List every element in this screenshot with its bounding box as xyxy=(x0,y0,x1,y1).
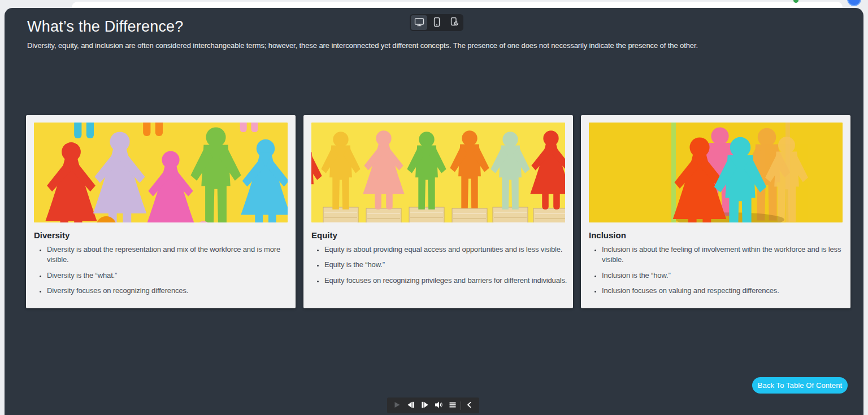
card-bullets-inclusion: Inclusion is about the feeling of involv… xyxy=(581,244,846,296)
browser-chrome-fragment xyxy=(0,0,868,8)
diversity-image xyxy=(34,123,288,222)
chevron-left-icon xyxy=(465,400,475,412)
step-forward-icon xyxy=(420,400,430,412)
slide-panel: What’s the Difference? Diversity, equity… xyxy=(5,8,863,415)
previous-button[interactable] xyxy=(404,397,418,413)
card-heading-inclusion: Inclusion xyxy=(589,230,843,240)
phone-rotate-preview-button[interactable] xyxy=(446,15,462,30)
menu-button[interactable] xyxy=(446,397,460,413)
next-button[interactable] xyxy=(418,397,432,413)
desktop-icon xyxy=(414,16,425,29)
play-icon xyxy=(392,400,402,412)
player-controls xyxy=(387,397,479,413)
tablet-preview-button[interactable] xyxy=(428,15,445,30)
bullet-item: Diversity is about the representation an… xyxy=(47,244,291,265)
card-inclusion: Inclusion Inclusion is about the feeling… xyxy=(581,115,850,308)
volume-button[interactable] xyxy=(432,397,446,413)
play-button[interactable] xyxy=(390,397,404,413)
card-bullets-equity: Equity is about providing equal access a… xyxy=(303,244,568,286)
inclusion-image xyxy=(589,123,843,222)
address-bar-fragment[interactable] xyxy=(72,2,843,8)
back-to-toc-button[interactable]: Back To Table Of Content xyxy=(752,377,848,394)
step-backward-icon xyxy=(406,400,416,412)
phone-rotate-icon xyxy=(449,16,460,29)
player-divider xyxy=(461,401,461,410)
bullet-item: Inclusion is about the feeling of involv… xyxy=(602,244,846,265)
bullet-item: Diversity focuses on recognizing differe… xyxy=(47,286,291,296)
bullet-item: Equity focuses on recognizing privileges… xyxy=(324,276,568,286)
desktop-preview-button[interactable] xyxy=(411,15,427,30)
bullet-item: Inclusion focuses on valuing and respect… xyxy=(602,286,846,296)
bullet-item: Diversity is the “what.” xyxy=(47,270,291,281)
menu-icon xyxy=(448,400,458,412)
bullet-item: Equity is the “how.” xyxy=(324,260,568,270)
bullet-item: Inclusion is the “how.” xyxy=(602,270,846,281)
tablet-icon xyxy=(431,16,442,29)
page-title: What’s the Difference? xyxy=(27,17,184,36)
volume-icon xyxy=(433,400,444,412)
profile-avatar-fragment[interactable] xyxy=(847,0,861,6)
page-subtitle: Diversity, equity, and inclusion are oft… xyxy=(27,41,818,50)
collapse-player-button[interactable] xyxy=(462,397,476,413)
card-heading-equity: Equity xyxy=(311,230,565,240)
card-heading-diversity: Diversity xyxy=(34,230,288,240)
equity-image xyxy=(311,123,565,222)
card-diversity: Diversity Diversity is about the represe… xyxy=(26,115,296,308)
bullet-item: Equity is about providing equal access a… xyxy=(324,244,568,255)
cards-row: Diversity Diversity is about the represe… xyxy=(26,115,850,308)
device-preview-toggle xyxy=(410,14,463,31)
card-equity: Equity Equity is about providing equal a… xyxy=(303,115,573,308)
card-bullets-diversity: Diversity is about the representation an… xyxy=(26,244,291,296)
